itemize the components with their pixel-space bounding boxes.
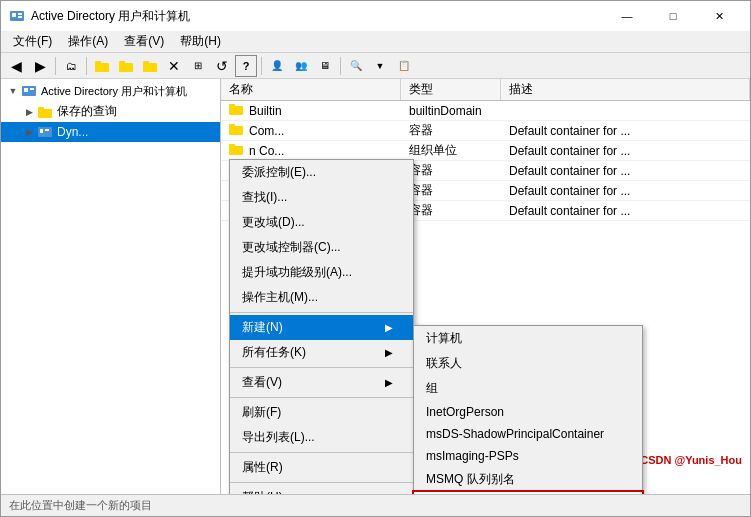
cm-raise-func[interactable]: 提升域功能级别(A)...: [230, 260, 413, 285]
root-icon: [21, 83, 37, 99]
menu-bar: 文件(F) 操作(A) 查看(V) 帮助(H): [1, 31, 750, 53]
svg-rect-3: [18, 16, 22, 18]
toolbar-folder3-btn[interactable]: [139, 55, 161, 77]
status-bar: 在此位置中创建一个新的项目: [1, 494, 750, 516]
main-window: Active Directory 用户和计算机 — □ ✕ 文件(F) 操作(A…: [0, 0, 751, 517]
submenu-arrow-3: ▶: [385, 377, 393, 388]
window-title: Active Directory 用户和计算机: [31, 8, 604, 25]
toolbar-sep-3: [261, 57, 262, 75]
right-panel: 名称 类型 描述 Builtin builtinDomain: [221, 79, 750, 494]
svg-rect-1: [12, 13, 16, 17]
sm-inetorgperson[interactable]: InetOrgPerson: [414, 401, 642, 423]
sm-ou[interactable]: 组织单位: [414, 492, 642, 494]
forward-button[interactable]: ▶: [29, 55, 51, 77]
svg-rect-11: [24, 88, 28, 92]
svg-rect-5: [95, 61, 101, 64]
cm-change-dc[interactable]: 更改域控制器(C)...: [230, 235, 413, 260]
svg-rect-17: [45, 129, 49, 131]
sm-msimaging[interactable]: msImaging-PSPs: [414, 445, 642, 467]
sm-msshadow[interactable]: msDS-ShadowPrincipalContainer: [414, 423, 642, 445]
main-content: ▼ Active Directory 用户和计算机 ▶: [1, 79, 750, 494]
cm-sep-3: [230, 397, 413, 398]
menu-view[interactable]: 查看(V): [116, 31, 172, 53]
toolbar-sep-4: [340, 57, 341, 75]
menu-help[interactable]: 帮助(H): [172, 31, 229, 53]
cm-properties[interactable]: 属性(R): [230, 455, 413, 480]
sm-computer[interactable]: 计算机: [414, 326, 642, 351]
toolbar-computers-btn[interactable]: 🖥: [314, 55, 336, 77]
menu-file[interactable]: 文件(F): [5, 31, 60, 53]
submenu-arrow: ▶: [385, 322, 393, 333]
cm-change-domain[interactable]: 更改域(D)...: [230, 210, 413, 235]
app-icon: [9, 8, 25, 24]
toolbar-users-btn[interactable]: 👤: [266, 55, 288, 77]
toolbar: ◀ ▶ 🗂 ✕ ⊞ ↺ ? 👤 👥 🖥 🔍 ▼ 📋: [1, 53, 750, 79]
svg-rect-16: [40, 129, 43, 133]
cm-all-tasks[interactable]: 所有任务(K) ▶: [230, 340, 413, 365]
dyn-expander: ▶: [21, 124, 37, 140]
svg-rect-12: [30, 88, 34, 90]
minimize-button[interactable]: —: [604, 1, 650, 31]
root-expander: ▼: [5, 83, 21, 99]
cm-sep-1: [230, 312, 413, 313]
cm-view[interactable]: 查看(V) ▶: [230, 370, 413, 395]
tree-button[interactable]: 🗂: [60, 55, 82, 77]
toolbar-export-btn[interactable]: 📋: [393, 55, 415, 77]
tree-saved-queries[interactable]: ▶ 保存的查询: [1, 101, 220, 122]
window-controls: — □ ✕: [604, 1, 742, 31]
dyn-icon: [37, 124, 53, 140]
cm-sep-2: [230, 367, 413, 368]
cm-help[interactable]: 帮助(H): [230, 485, 413, 494]
saved-queries-icon: [37, 104, 53, 120]
status-text: 在此位置中创建一个新的项目: [9, 498, 152, 513]
toolbar-refresh-btn[interactable]: ↺: [211, 55, 233, 77]
cm-sep-4: [230, 452, 413, 453]
svg-rect-8: [143, 63, 157, 72]
saved-queries-expander: ▶: [21, 104, 37, 120]
cm-export-list[interactable]: 导出列表(L)...: [230, 425, 413, 450]
svg-rect-2: [18, 13, 22, 15]
tree-root[interactable]: ▼ Active Directory 用户和计算机: [1, 81, 220, 101]
sm-contact[interactable]: 联系人: [414, 351, 642, 376]
sm-msmq[interactable]: MSMQ 队列别名: [414, 467, 642, 492]
toolbar-filter-btn[interactable]: ▼: [369, 55, 391, 77]
maximize-button[interactable]: □: [650, 1, 696, 31]
svg-rect-14: [38, 107, 44, 110]
tree-root-label: Active Directory 用户和计算机: [41, 84, 187, 99]
cm-refresh[interactable]: 刷新(F): [230, 400, 413, 425]
close-button[interactable]: ✕: [696, 1, 742, 31]
toolbar-help-btn[interactable]: ?: [235, 55, 257, 77]
toolbar-prop-btn[interactable]: ⊞: [187, 55, 209, 77]
cm-new[interactable]: 新建(N) ▶: [230, 315, 413, 340]
dyn-label: Dyn...: [57, 125, 88, 139]
toolbar-delete-btn[interactable]: ✕: [163, 55, 185, 77]
context-menu: 委派控制(E)... 查找(I)... 更改域(D)... 更改域控制器(C).…: [229, 159, 414, 494]
toolbar-find-btn[interactable]: 🔍: [345, 55, 367, 77]
menu-action[interactable]: 操作(A): [60, 31, 116, 53]
svg-rect-7: [119, 61, 125, 64]
cm-delegate[interactable]: 委派控制(E)...: [230, 160, 413, 185]
tree-panel: ▼ Active Directory 用户和计算机 ▶: [1, 79, 221, 494]
submenu-arrow-2: ▶: [385, 347, 393, 358]
svg-rect-13: [38, 109, 52, 118]
toolbar-folder-btn[interactable]: [91, 55, 113, 77]
sm-group[interactable]: 组: [414, 376, 642, 401]
tree-dyn[interactable]: ▶ Dyn...: [1, 122, 220, 142]
toolbar-groups-btn[interactable]: 👥: [290, 55, 312, 77]
toolbar-sep-2: [86, 57, 87, 75]
title-bar: Active Directory 用户和计算机 — □ ✕: [1, 1, 750, 31]
cm-ops-master[interactable]: 操作主机(M)...: [230, 285, 413, 310]
svg-rect-4: [95, 63, 109, 72]
context-menu-overlay: 委派控制(E)... 查找(I)... 更改域(D)... 更改域控制器(C).…: [221, 79, 750, 494]
toolbar-sep-1: [55, 57, 56, 75]
submenu-new: 计算机 联系人 组 InetOrgPerson msDS-ShadowPrinc…: [413, 325, 643, 494]
back-button[interactable]: ◀: [5, 55, 27, 77]
cm-sep-5: [230, 482, 413, 483]
svg-rect-9: [143, 61, 149, 64]
saved-queries-label: 保存的查询: [57, 103, 117, 120]
svg-rect-6: [119, 63, 133, 72]
toolbar-folder2-btn[interactable]: [115, 55, 137, 77]
cm-find[interactable]: 查找(I)...: [230, 185, 413, 210]
